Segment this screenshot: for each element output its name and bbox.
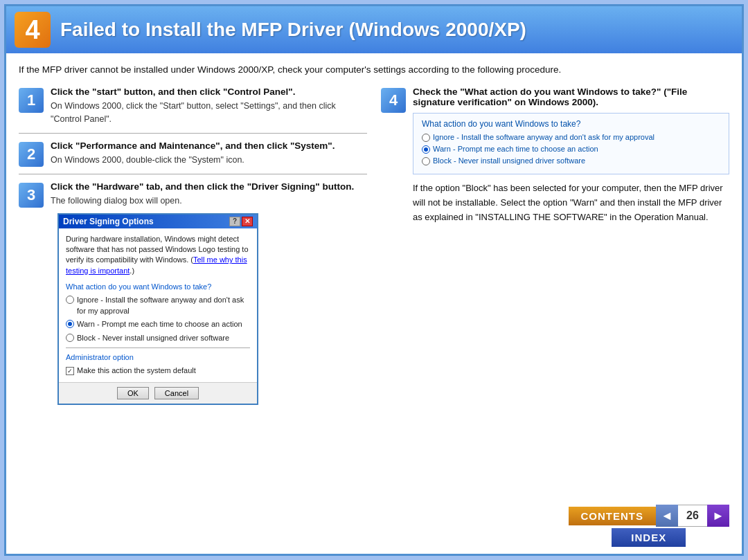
result-text: If the option "Block" has been selected … <box>413 181 729 224</box>
next-page-button[interactable]: ► <box>707 505 729 527</box>
dialog-radio-ignore[interactable]: Ignore - Install the software anyway and… <box>66 295 250 316</box>
step-1-content: Click the "start" button, and then click… <box>51 87 367 126</box>
admin-section-title: Administrator option <box>66 352 250 363</box>
what-action-box: What action do you want Windows to take?… <box>413 113 729 174</box>
left-column: 1 Click the "start" button, and then cli… <box>19 87 367 419</box>
step-3-title: Click the "Hardware" tab, and then click… <box>51 181 367 192</box>
step-2-number: 2 <box>19 142 44 167</box>
dialog-radio-warn[interactable]: Warn - Prompt me each time to choose an … <box>66 319 250 329</box>
step-3-block: 3 Click the "Hardware" tab, and then cli… <box>19 181 367 412</box>
dialog-separator <box>66 347 250 348</box>
dialog-footer: OK Cancel <box>59 382 257 404</box>
what-action-title: What action do you want Windows to take? <box>422 119 720 129</box>
intro-text: If the MFP driver cannot be installed un… <box>19 63 729 77</box>
dialog-radio-ignore-label: Ignore - Install the software anyway and… <box>77 295 250 316</box>
dialog-radio-block-label: Block - Never install unsigned driver so… <box>77 333 229 343</box>
dialog-checkbox-option[interactable]: Make this action the system default <box>66 365 250 376</box>
page-title: Failed to Install the MFP Driver (Window… <box>60 19 526 41</box>
step-2-desc: On Windows 2000, double-click the "Syste… <box>51 154 367 167</box>
bottom-navigation: CONTENTS ◄ 26 ► INDEX <box>569 505 730 547</box>
action-radio-block-label: Block - Never install unsigned driver so… <box>433 156 585 165</box>
step-2-content: Click "Performance and Maintenance", and… <box>51 141 367 167</box>
step-4-block: 4 Check the "What action do you want Win… <box>381 87 729 224</box>
dialog-body: During hardware installation, Windows mi… <box>59 228 257 382</box>
action-radio-ignore-dot <box>422 134 430 142</box>
dialog-radio-warn-label: Warn - Prompt me each time to choose an … <box>77 319 242 329</box>
page-header: 4 Failed to Install the MFP Driver (Wind… <box>6 6 742 53</box>
action-radio-ignore[interactable]: Ignore - Install the software anyway and… <box>422 133 720 142</box>
action-radio-warn[interactable]: Warn - Prompt me each time to choose an … <box>422 145 720 154</box>
dialog-checkbox[interactable] <box>66 367 74 375</box>
dialog-section-title: What action do you want Windows to take? <box>66 282 250 292</box>
prev-page-button[interactable]: ◄ <box>656 505 678 527</box>
dialog-radio-block[interactable]: Block - Never install unsigned driver so… <box>66 333 250 343</box>
step-4-content: Check the "What action do you want Windo… <box>413 87 729 224</box>
dialog-close-button[interactable]: ✕ <box>242 217 253 226</box>
nav-bottom-row: INDEX <box>612 528 686 547</box>
action-radio-warn-dot <box>422 145 430 154</box>
action-radio-block-dot <box>422 157 430 165</box>
action-radio-warn-label: Warn - Prompt me each time to choose an … <box>433 145 598 153</box>
dialog-controls: ? ✕ <box>229 217 253 226</box>
content-area: If the MFP driver cannot be installed un… <box>6 53 742 426</box>
dialog-ok-button[interactable]: OK <box>117 387 149 399</box>
header-step-number: 4 <box>15 12 51 48</box>
dialog-checkbox-label: Make this action the system default <box>77 365 196 376</box>
nav-top-row: CONTENTS ◄ 26 ► <box>569 505 730 527</box>
dialog-help-button[interactable]: ? <box>229 217 240 226</box>
step-4-title: Check the "What action do you want Windo… <box>413 87 729 107</box>
index-button[interactable]: INDEX <box>612 528 686 547</box>
dialog-link[interactable]: Tell me why this testing is important <box>66 255 247 274</box>
page-container: 4 Failed to Install the MFP Driver (Wind… <box>4 4 744 556</box>
driver-signing-dialog: Driver Signing Options ? ✕ During hardwa… <box>57 213 258 405</box>
right-column: 4 Check the "What action do you want Win… <box>381 87 729 419</box>
dialog-title-text: Driver Signing Options <box>63 217 154 226</box>
step-3-content: Click the "Hardware" tab, and then click… <box>51 181 367 405</box>
step-1-block: 1 Click the "start" button, and then cli… <box>19 87 367 134</box>
page-number: 26 <box>678 505 707 527</box>
step-4-number: 4 <box>381 88 406 113</box>
step-2-block: 2 Click "Performance and Maintenance", a… <box>19 141 367 174</box>
action-radio-ignore-label: Ignore - Install the software anyway and… <box>433 133 654 141</box>
dialog-radio-block-dot <box>66 334 74 342</box>
step-1-title: Click the "start" button, and then click… <box>51 87 367 97</box>
step-3-desc: The following dialog box will open. <box>51 195 367 208</box>
two-columns-layout: 1 Click the "start" button, and then cli… <box>19 87 729 419</box>
dialog-radio-ignore-dot <box>66 296 74 304</box>
dialog-cancel-button[interactable]: Cancel <box>154 387 199 399</box>
action-radio-block[interactable]: Block - Never install unsigned driver so… <box>422 156 720 165</box>
step-3-number: 3 <box>19 183 44 208</box>
step-1-desc: On Windows 2000, click the "Start" butto… <box>51 100 367 126</box>
step-1-number: 1 <box>19 88 44 113</box>
dialog-body-text: During hardware installation, Windows mi… <box>66 234 250 277</box>
dialog-titlebar: Driver Signing Options ? ✕ <box>59 215 257 228</box>
contents-button[interactable]: CONTENTS <box>569 507 657 525</box>
dialog-radio-warn-dot <box>66 320 74 328</box>
step-2-title: Click "Performance and Maintenance", and… <box>51 141 367 151</box>
